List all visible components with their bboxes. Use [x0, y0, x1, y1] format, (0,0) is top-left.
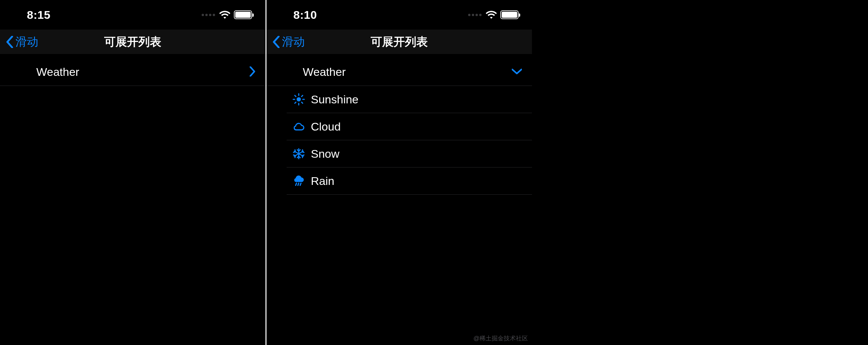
nav-title: 可展开列表 [371, 34, 428, 50]
expandable-list: Weather Sunshine Cloud Snow [267, 58, 532, 195]
row-label: Weather [36, 65, 249, 78]
disclosure-row-weather[interactable]: Weather [267, 58, 532, 86]
nav-bar: 滑动 可展开列表 [267, 30, 532, 55]
list-item-rain[interactable]: Rain [267, 168, 532, 194]
list-item-label: Snow [311, 147, 339, 161]
snowflake-icon [287, 148, 311, 160]
cellular-dots-icon [202, 14, 215, 16]
disclosure-row-weather[interactable]: Weather [0, 58, 266, 86]
svg-line-8 [302, 95, 303, 96]
chevron-right-icon [249, 66, 255, 78]
back-label: 滑动 [16, 34, 38, 50]
svg-line-6 [302, 102, 303, 103]
phone-screen-collapsed: 8:15 滑动 可展开列表 Weather [0, 0, 266, 345]
list-item-label: Cloud [311, 120, 341, 133]
chevron-left-icon [273, 36, 280, 48]
back-button[interactable]: 滑动 [273, 34, 305, 50]
svg-line-12 [296, 183, 297, 185]
wifi-icon [219, 10, 230, 19]
battery-icon [234, 10, 252, 19]
chevron-down-icon [512, 68, 522, 76]
list-item-label: Rain [311, 174, 334, 187]
svg-line-5 [295, 95, 296, 96]
nav-bar: 滑动 可展开列表 [0, 30, 266, 55]
expandable-list: Weather [0, 58, 266, 86]
status-indicators [202, 10, 252, 19]
status-time: 8:15 [27, 8, 51, 22]
list-item-label: Sunshine [311, 93, 359, 106]
status-bar: 8:15 [0, 0, 266, 30]
status-time: 8:10 [293, 8, 317, 22]
row-label: Weather [303, 65, 512, 78]
nav-title: 可展开列表 [104, 34, 161, 50]
cloud-icon [287, 122, 311, 132]
status-indicators [468, 10, 519, 19]
phone-screen-expanded: 8:10 滑动 可展开列表 Weather [267, 0, 532, 345]
svg-line-7 [295, 102, 296, 103]
watermark: @稀土掘金技术社区 [473, 334, 528, 342]
svg-point-0 [297, 97, 301, 102]
wifi-icon [486, 10, 497, 19]
list-item-sunshine[interactable]: Sunshine [267, 86, 532, 113]
sun-icon [287, 93, 311, 106]
list-item-cloud[interactable]: Cloud [267, 113, 532, 140]
svg-line-14 [300, 183, 301, 185]
cellular-dots-icon [468, 14, 482, 16]
chevron-left-icon [6, 36, 13, 48]
svg-line-13 [298, 183, 299, 185]
status-bar: 8:10 [267, 0, 532, 30]
list-item-snow[interactable]: Snow [267, 140, 532, 167]
rain-icon [287, 174, 311, 187]
back-button[interactable]: 滑动 [6, 34, 38, 50]
battery-icon [500, 10, 519, 19]
back-label: 滑动 [282, 34, 305, 50]
